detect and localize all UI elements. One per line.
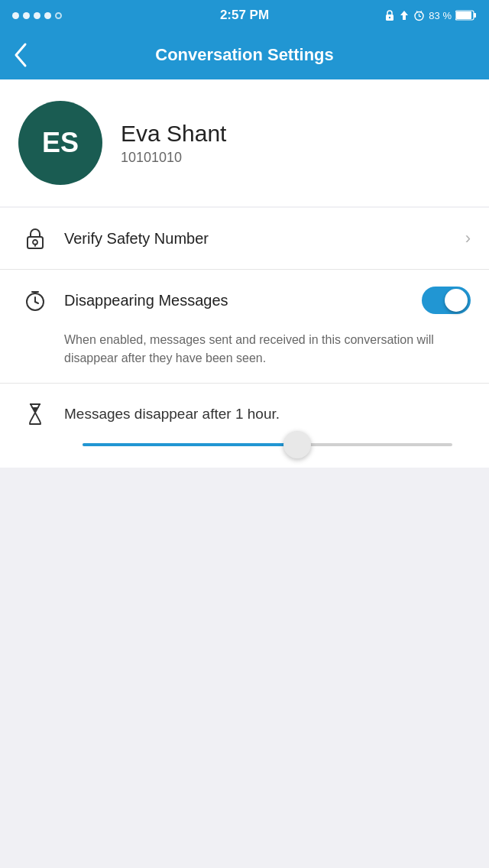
lock-icon — [22, 225, 48, 251]
disappearing-messages-section: Disappearing Messages When enabled, mess… — [0, 270, 489, 384]
timer-section: Messages disappear after 1 hour. — [0, 384, 489, 468]
timer-icon-container — [18, 283, 52, 317]
profile-info: Eva Shant 10101010 — [121, 121, 226, 166]
status-icons: 83 % — [384, 9, 477, 21]
dot-1 — [12, 12, 19, 19]
back-button[interactable] — [12, 39, 34, 71]
slider-track[interactable] — [83, 443, 452, 446]
slider-container — [18, 443, 471, 468]
lock-icon-container — [18, 222, 52, 255]
slider-fill — [83, 443, 297, 446]
status-time: 2:57 PM — [220, 8, 269, 23]
bottom-area — [0, 468, 489, 868]
verify-safety-number-row[interactable]: Verify Safety Number › — [0, 208, 489, 270]
timer-icon — [22, 287, 48, 313]
svg-rect-8 — [456, 11, 471, 19]
timer-label: Messages disappear after 1 hour. — [64, 406, 471, 423]
svg-rect-9 — [474, 13, 476, 18]
chevron-right-icon: › — [465, 228, 471, 248]
dot-4 — [44, 12, 51, 19]
avatar: ES — [18, 101, 102, 185]
dot-5 — [55, 12, 62, 19]
status-bar: 2:57 PM 83 % — [0, 0, 489, 31]
disappearing-messages-toggle[interactable] — [422, 287, 471, 314]
profile-name: Eva Shant — [121, 121, 226, 147]
disappearing-messages-label: Disappearing Messages — [64, 292, 422, 309]
dot-2 — [23, 12, 30, 19]
navigation-icon — [399, 9, 410, 21]
lock-status-icon — [384, 9, 395, 21]
hourglass-icon-container — [18, 397, 52, 431]
slider-thumb[interactable] — [283, 431, 311, 458]
hourglass-icon — [22, 401, 48, 427]
battery-icon — [455, 10, 477, 21]
svg-line-15 — [35, 302, 38, 303]
signal-dots — [12, 12, 62, 19]
settings-list: Verify Safety Number › Disappearing Mess… — [0, 208, 489, 468]
verify-safety-number-label: Verify Safety Number — [64, 230, 465, 248]
disappearing-messages-row: Disappearing Messages — [0, 270, 489, 331]
profile-section: ES Eva Shant 10101010 — [0, 79, 489, 206]
alarm-icon — [413, 10, 425, 21]
nav-title: Conversation Settings — [155, 45, 333, 65]
timer-row: Messages disappear after 1 hour. — [18, 397, 471, 431]
battery-text: 83 % — [429, 10, 452, 21]
svg-point-1 — [389, 17, 390, 18]
disappearing-messages-description: When enabled, messages sent and received… — [0, 331, 489, 383]
dot-3 — [34, 12, 40, 19]
nav-bar: Conversation Settings — [0, 31, 489, 79]
profile-number: 10101010 — [121, 150, 226, 166]
